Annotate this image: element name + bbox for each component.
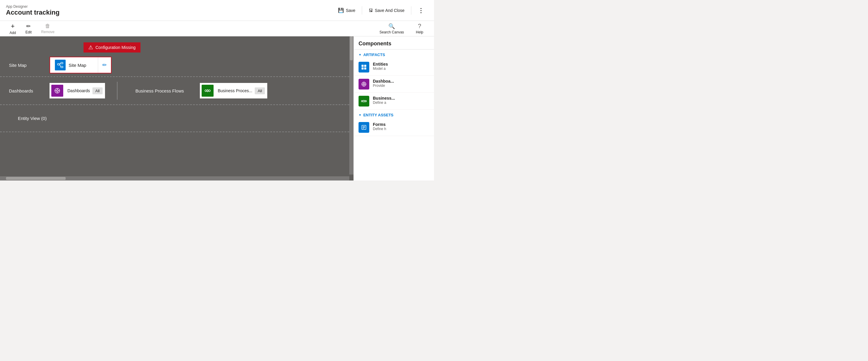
dashboard-all-badge: All [92, 87, 103, 94]
components-panel: Components ▼ ARTIFACTS Entities Model a [353, 36, 434, 181]
save-close-label: Save And Close [375, 8, 404, 13]
bpf-panel-icon [359, 96, 369, 107]
sitemap-label-row: Site Map [9, 53, 112, 73]
canvas-area[interactable]: ⚠ Configuration Missing Site Map [0, 36, 353, 181]
help-button[interactable]: ? Help [410, 21, 429, 36]
bpf-panel-text: Business... Define a [373, 96, 395, 105]
dashboards-item[interactable]: Dashboa... Provide [354, 76, 434, 93]
artifacts-chevron: ▼ [359, 53, 362, 56]
config-missing-banner: ⚠ Configuration Missing [84, 42, 141, 53]
entities-icon [359, 62, 369, 72]
forms-icon [359, 122, 369, 133]
save-close-button[interactable]: 🖫 Save And Close [365, 6, 409, 14]
site-map-card-container[interactable]: Site Map ✏ [50, 57, 112, 73]
artifacts-label: ARTIFACTS [363, 53, 385, 57]
more-button[interactable]: ⋮ [414, 5, 428, 16]
bpf-svg [204, 87, 211, 94]
entities-svg [361, 64, 367, 70]
more-icon: ⋮ [418, 7, 424, 14]
svg-rect-1 [61, 62, 63, 64]
sitemap-row: ⚠ Configuration Missing Site Map [0, 36, 349, 77]
svg-line-4 [60, 64, 61, 67]
entity-assets-chevron: ▼ [359, 113, 362, 117]
svg-rect-16 [364, 67, 366, 69]
dashboards-panel-text: Dashboa... Provide [373, 79, 394, 88]
save-button[interactable]: 💾 Save [334, 6, 360, 15]
add-icon: + [11, 22, 14, 30]
help-label: Help [416, 30, 423, 34]
header-divider [362, 6, 362, 14]
bpf-panel-name: Business... [373, 96, 395, 100]
entities-text: Entities Model a [373, 62, 388, 71]
remove-icon: 🗑 [45, 23, 51, 29]
entity-assets-section-header[interactable]: ▼ ENTITY ASSETS [354, 110, 434, 119]
add-button[interactable]: + Add [5, 21, 21, 37]
header-left: App Designer Account tracking [6, 4, 60, 17]
dashboards-panel-svg [361, 81, 367, 87]
canvas-hscroll-thumb[interactable] [6, 177, 66, 180]
dashboards-row: Dashboards Dashboar [0, 77, 349, 104]
svg-point-23 [362, 100, 363, 102]
site-map-edit-button[interactable]: ✏ [98, 57, 111, 73]
header-right: 💾 Save 🖫 Save And Close ⋮ [334, 5, 428, 16]
search-icon: 🔍 [389, 23, 395, 30]
dashed-separator-3 [0, 131, 349, 132]
canvas-vertical-scrollbar[interactable] [349, 36, 353, 175]
header-divider-2 [411, 6, 411, 14]
dashboard-icon [51, 85, 63, 97]
dashboards-panel-name: Dashboa... [373, 79, 394, 84]
svg-point-18 [363, 84, 365, 85]
canvas-content: ⚠ Configuration Missing Site Map [0, 36, 349, 176]
dashboard-card[interactable]: Dashboards All [50, 83, 105, 98]
forms-name: Forms [373, 122, 386, 127]
save-label: Save [346, 8, 355, 13]
bpf-panel-item[interactable]: Business... Define a [354, 93, 434, 110]
bpf-all-badge: All [255, 87, 265, 94]
svg-rect-15 [362, 67, 364, 69]
artifacts-section-header[interactable]: ▼ ARTIFACTS [354, 50, 434, 59]
canvas-vscroll-thumb[interactable] [350, 36, 353, 60]
svg-point-11 [205, 90, 207, 92]
dashboards-panel-desc: Provide [373, 84, 394, 88]
edit-label: Edit [25, 30, 32, 34]
svg-point-24 [365, 100, 367, 102]
bpf-label: Business Process Flows [135, 88, 195, 93]
edit-button[interactable]: ✏ Edit [21, 21, 36, 36]
svg-point-6 [56, 90, 58, 92]
remove-label: Remove [41, 30, 55, 34]
entity-view-label: Entity View (0) [9, 110, 56, 127]
bpf-panel-svg [361, 98, 367, 104]
site-map-card: Site Map [50, 57, 98, 73]
entities-item[interactable]: Entities Model a [354, 59, 434, 76]
forms-text: Forms Define h [373, 122, 386, 131]
search-canvas-button[interactable]: 🔍 Search Canvas [373, 21, 410, 36]
app-title: Account tracking [6, 9, 60, 17]
app-designer-label: App Designer [6, 4, 60, 9]
search-canvas-label: Search Canvas [379, 30, 404, 34]
main-layout: ⚠ Configuration Missing Site Map [0, 36, 434, 181]
svg-rect-14 [364, 65, 366, 67]
dashboard-svg [54, 87, 61, 94]
site-map-label: Site Map [9, 63, 45, 68]
site-map-card-text: Site Map [69, 63, 86, 68]
dashboards-left: Dashboards Dashboar [9, 83, 105, 98]
site-map-icon [55, 60, 66, 70]
forms-svg [361, 124, 367, 130]
remove-button[interactable]: 🗑 Remove [36, 21, 59, 36]
svg-rect-0 [58, 64, 60, 65]
forms-item[interactable]: Forms Define h [354, 119, 434, 136]
dashboard-card-text: Dashboards [65, 88, 92, 93]
bpf-icon [202, 85, 214, 97]
svg-rect-2 [61, 66, 63, 68]
add-label: Add [9, 31, 16, 35]
toolbar: + Add ✏ Edit 🗑 Remove 🔍 Search Canvas ? … [0, 21, 434, 36]
save-close-icon: 🖫 [369, 8, 373, 13]
save-icon: 💾 [338, 7, 344, 13]
warning-icon: ⚠ [88, 44, 93, 51]
help-icon: ? [418, 23, 421, 30]
canvas-horizontal-scrollbar[interactable] [0, 176, 349, 181]
bpf-card[interactable]: Business Proces... All [200, 83, 267, 98]
svg-rect-13 [362, 65, 364, 67]
bpf-section: Business Process Flows Business Proces..… [135, 83, 267, 98]
forms-desc: Define h [373, 127, 386, 131]
